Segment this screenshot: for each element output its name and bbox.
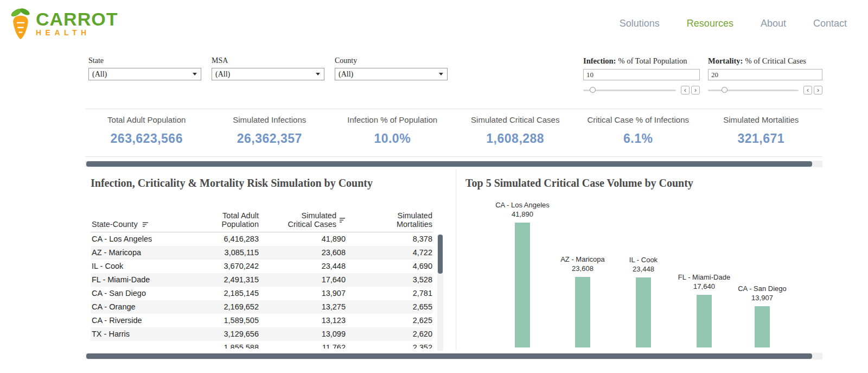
kpi-card: Simulated Critical Cases1,608,288 (454, 109, 577, 156)
kpi-value: 10.0% (331, 131, 454, 146)
bar-chart-panel: Top 5 Simulated Critical Case Volume by … (460, 169, 822, 351)
kpi-title: Total Adult Population (85, 115, 208, 124)
cell-critical-cases: 13,907 (259, 287, 346, 300)
horizontal-scrollbar-bottom[interactable] (85, 353, 822, 359)
bar-mark[interactable] (636, 277, 651, 347)
mortality-slider[interactable] (708, 90, 799, 91)
cell-critical-cases: 13,275 (259, 300, 346, 314)
table-row[interactable]: TX - Harris3,129,65613,0992,620 (91, 327, 432, 341)
table-header: State-County Total Adult Population Simu… (91, 204, 432, 232)
cell-state-county: CA - Riverside (91, 314, 167, 327)
column-header-state-county[interactable]: State-County (91, 220, 167, 229)
slider-increment-button[interactable]: › (691, 86, 700, 94)
bar-mark[interactable] (697, 295, 712, 347)
county-dropdown-value: (All) (339, 70, 353, 78)
slider-decrement-button[interactable]: ‹ (803, 86, 812, 94)
table-row[interactable]: CA - Los Angeles6,416,28341,8908,378 (91, 232, 432, 246)
infection-parameter: Infection:% of Total Population 10 ‹ › (583, 56, 700, 94)
slider-increment-button[interactable]: › (814, 86, 822, 94)
infection-slider[interactable] (583, 90, 676, 91)
cell-population: 2,491,315 (167, 273, 259, 287)
cell-population: 3,670,242 (167, 260, 259, 273)
cell-population: 3,129,656 (167, 327, 259, 341)
kpi-value: 1,608,288 (454, 131, 577, 146)
logo-text-health: HEALTH (36, 28, 118, 37)
table-row[interactable]: FL - Miami-Dade2,491,31517,6403,528 (91, 273, 432, 287)
mortality-parameter-label: Mortality:% of Critical Cases (708, 56, 822, 66)
table-row[interactable]: CA - Orange2,169,65213,2752,655 (91, 300, 432, 314)
mortality-parameter: Mortality:% of Critical Cases 20 ‹ › (708, 56, 822, 94)
msa-dropdown-value: (All) (215, 70, 230, 78)
bar-label: CA - San Diego13,907 (722, 284, 803, 302)
cell-state-county: CA - Orange (91, 300, 167, 314)
cell-state-county (91, 341, 167, 349)
infection-label-rest: % of Total Population (618, 56, 687, 65)
logo-text: CARROT HEALTH (36, 10, 118, 37)
bar-label-category: IL - Cook (603, 255, 684, 264)
column-header-critical-cases[interactable]: Simulated Critical Cases (259, 211, 346, 229)
kpi-card: Total Adult Population263,623,566 (85, 109, 208, 156)
nav-item-solutions[interactable]: Solutions (620, 18, 660, 29)
table-row[interactable]: IL - Cook3,670,24223,4484,690 (91, 260, 432, 273)
table-row[interactable]: CA - San Diego2,185,14513,9072,781 (91, 287, 432, 300)
carrot-health-logo[interactable]: CARROT HEALTH (9, 7, 118, 40)
chevron-down-icon (193, 73, 197, 75)
cell-state-county: CA - San Diego (91, 287, 167, 300)
logo-text-carrot: CARROT (36, 10, 118, 28)
slider-decrement-button[interactable]: ‹ (681, 86, 690, 94)
county-dropdown[interactable]: (All) (335, 68, 448, 80)
kpi-card: Critical Case % of Infections6.1% (577, 109, 700, 156)
cell-state-county: IL - Cook (91, 260, 167, 273)
table-vertical-scrollbar[interactable] (437, 235, 443, 351)
cell-population: 1,589,505 (167, 314, 259, 327)
cell-critical-cases: 41,890 (259, 232, 346, 246)
infection-label-bold: Infection: (583, 56, 616, 65)
mortality-slider-arrows: ‹ › (803, 86, 822, 94)
scrollbar-thumb[interactable] (86, 161, 812, 167)
table-row[interactable]: CA - Riverside1,589,50513,1232,625 (91, 314, 432, 327)
table-row[interactable]: 1,855,58811,7622,352 (91, 341, 432, 349)
filter-group-state: State (All) (88, 56, 201, 80)
column-header-mortalities[interactable]: Simulated Mortalities (346, 211, 432, 229)
column-header-label: State-County (92, 220, 138, 229)
infection-slider-row: ‹ › (583, 86, 700, 94)
bar-label-value: 13,907 (722, 293, 803, 302)
column-header-label: Total Adult Population (200, 211, 259, 229)
county-table-panel: Infection, Criticality & Mortality Risk … (85, 169, 456, 351)
scrollbar-thumb[interactable] (438, 235, 443, 274)
kpi-title: Simulated Infections (208, 115, 331, 124)
infection-slider-knob[interactable] (590, 87, 596, 93)
mortality-slider-knob[interactable] (722, 87, 727, 93)
cell-state-county: TX - Harris (91, 327, 167, 341)
horizontal-scrollbar-top[interactable] (85, 161, 822, 167)
cell-state-county: CA - Los Angeles (91, 232, 167, 246)
page: CARROT HEALTH SolutionsResourcesAboutCon… (0, 0, 868, 373)
mortality-label-rest: % of Critical Cases (745, 56, 806, 65)
kpi-title: Simulated Mortalities (700, 115, 823, 124)
state-filter-label: State (88, 56, 201, 65)
scrollbar-thumb[interactable] (86, 353, 812, 359)
bar-label-category: CA - Los Angeles (482, 200, 563, 210)
chevron-down-icon (439, 73, 443, 75)
kpi-title: Simulated Critical Cases (454, 115, 577, 124)
table-row[interactable]: AZ - Maricopa3,085,11523,6084,722 (91, 246, 432, 260)
cell-critical-cases: 13,099 (259, 327, 346, 341)
nav-item-resources[interactable]: Resources (687, 18, 733, 29)
infection-value-input[interactable]: 10 (583, 69, 700, 80)
bar-label-category: FL - Miami-Dade (663, 273, 745, 282)
mortality-label-bold: Mortality: (708, 56, 743, 65)
kpi-value: 6.1% (577, 131, 700, 146)
nav-item-contact[interactable]: Contact (813, 18, 847, 29)
column-header-label: Simulated Mortalities (374, 211, 432, 229)
state-dropdown[interactable]: (All) (88, 68, 201, 80)
msa-dropdown[interactable]: (All) (212, 68, 324, 80)
kpi-value: 26,362,357 (208, 131, 331, 146)
nav-item-about[interactable]: About (761, 18, 786, 29)
bar-mark[interactable] (755, 306, 770, 347)
column-header-population[interactable]: Total Adult Population (167, 211, 259, 229)
mortality-value-input[interactable]: 20 (708, 69, 822, 80)
bar-mark[interactable] (515, 223, 530, 347)
bar-mark[interactable] (575, 277, 590, 347)
cell-critical-cases: 23,448 (259, 260, 346, 273)
carrot-icon (9, 7, 33, 40)
